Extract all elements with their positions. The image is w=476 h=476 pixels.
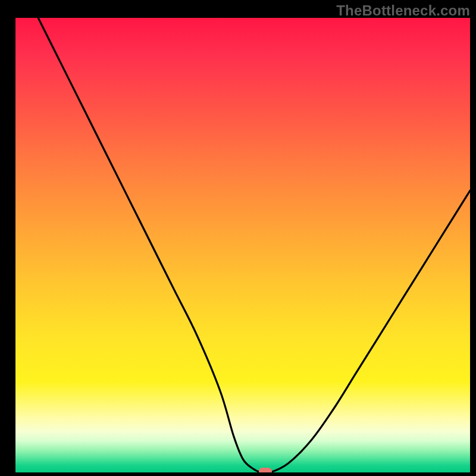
minimum-marker <box>259 468 272 472</box>
watermark-text: TheBottleneck.com <box>336 2 470 19</box>
curve-path <box>38 18 470 472</box>
chart-frame: TheBottleneck.com <box>0 0 476 476</box>
bottleneck-curve <box>15 18 470 472</box>
plot-area <box>15 18 470 472</box>
